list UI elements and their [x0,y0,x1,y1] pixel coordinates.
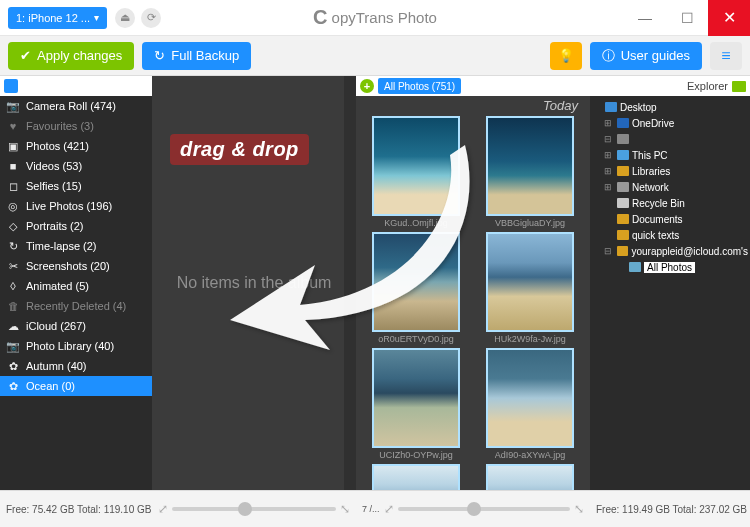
sidebar-item[interactable]: ◎Live Photos (196) [0,196,152,216]
drag-drop-overlay: drag & drop [170,134,309,165]
zoom-slider-right[interactable] [398,507,570,511]
sidebar-item[interactable]: 📷Photo Library (40) [0,336,152,356]
view-thumb-icon[interactable]: 🖼 [24,79,38,93]
action-bar: ✔ Apply changes ↻ Full Backup 💡 ⓘ User g… [0,36,750,76]
view-list-icon[interactable] [4,79,18,93]
sidebar-item-icon: 📷 [6,100,20,113]
tree-node[interactable]: ⊞Network [592,179,748,195]
add-album-icon[interactable]: + [360,79,374,93]
tree-node[interactable]: Documents [592,211,748,227]
sidebar-item-label: Autumn (40) [26,360,87,372]
sidebar-item[interactable]: ✿Autumn (40) [0,356,152,376]
sidebar-item[interactable]: ↻Time-lapse (2) [0,236,152,256]
tree-node-icon [617,150,629,160]
tree-node[interactable]: All Photos [592,259,748,275]
sidebar-item[interactable]: ✂Screenshots (20) [0,256,152,276]
thumbnail[interactable] [366,464,466,490]
tree-node-icon [617,246,629,256]
sidebar-item-icon: ◎ [6,200,20,213]
sidebar-item-icon: ☁ [6,320,20,333]
sidebar-item-label: Ocean (0) [26,380,75,392]
menu-button[interactable]: ≡ [710,42,742,70]
apply-changes-button[interactable]: ✔ Apply changes [8,42,134,70]
zoom-in-icon-2[interactable]: ⤡ [574,502,584,516]
tree-node-label: yourappleid@icloud.com's [631,246,748,257]
bulb-icon: 💡 [558,48,574,63]
refresh-icon[interactable]: ⟳ [141,8,161,28]
titlebar: 1: iPhone 12 ... ⏏ ⟳ C opyTrans Photo — … [0,0,750,36]
tips-button[interactable]: 💡 [550,42,582,70]
thumbnail[interactable]: oR0uERTVyD0.jpg [366,232,466,344]
sidebar-item[interactable]: 🗑Recently Deleted (4) [0,296,152,316]
full-backup-button[interactable]: ↻ Full Backup [142,42,251,70]
sidebar-item[interactable]: ▣Photos (421) [0,136,152,156]
maximize-button[interactable]: ☐ [666,0,708,36]
zoom-in-icon[interactable]: ⤡ [340,502,350,516]
sidebar-item[interactable]: ◻Selfies (15) [0,176,152,196]
album-scrollbar[interactable] [344,76,356,490]
sidebar-item[interactable]: ✿Ocean (0) [0,376,152,396]
tree-node[interactable]: ⊞Libraries [592,163,748,179]
guides-label: User guides [621,48,690,63]
minimize-button[interactable]: — [624,0,666,36]
thumbnail-filename: HUk2W9fa-Jw.jpg [494,334,566,344]
thumbnail[interactable]: AdI90-aXYwA.jpg [480,348,580,460]
tree-node[interactable]: ⊟ [592,131,748,147]
sidebar-item[interactable]: ◊Animated (5) [0,276,152,296]
sidebar-item[interactable]: 📷Camera Roll (474) [0,96,152,116]
device-selector[interactable]: 1: iPhone 12 ... [8,7,107,29]
explorer-tree[interactable]: Desktop⊞OneDrive⊟⊞This PC⊞Libraries⊞Netw… [590,96,750,490]
sidebar-item-label: Time-lapse (2) [26,240,97,252]
logo-c: C [313,6,327,29]
sidebar-item-label: Photo Library (40) [26,340,114,352]
footer-storage-left: Free: 75.42 GB Total: 119.10 GB [0,504,152,515]
thumbnail[interactable]: HUk2W9fa-Jw.jpg [480,232,580,344]
sidebar-item-label: Animated (5) [26,280,89,292]
tree-node[interactable]: Recycle Bin [592,195,748,211]
tree-expander[interactable]: ⊞ [604,150,614,160]
eject-icon[interactable]: ⏏ [115,8,135,28]
zoom-out-icon[interactable]: ⤢ [158,502,168,516]
tree-expander[interactable]: ⊟ [604,246,614,256]
tree-node[interactable]: ⊞This PC [592,147,748,163]
close-button[interactable]: ✕ [708,0,750,36]
zoom-slider-left[interactable] [172,507,336,511]
thumbnail[interactable]: KGud..Omjfl.jpg [366,116,466,228]
sidebar-item-label: Recently Deleted (4) [26,300,126,312]
thumbnail[interactable]: UCIZh0-OYPw.jpg [366,348,466,460]
tree-node[interactable]: Desktop [592,99,748,115]
tree-node-label: Recycle Bin [632,198,685,209]
sidebar-item-icon: ↻ [6,240,20,253]
tree-expander[interactable]: ⊞ [604,182,614,192]
tree-expander[interactable]: ⊞ [604,166,614,176]
user-guides-button[interactable]: ⓘ User guides [590,42,702,70]
tree-node[interactable]: ⊞OneDrive [592,115,748,131]
zoom-out-icon-2[interactable]: ⤢ [384,502,394,516]
tree-node[interactable]: quick texts [592,227,748,243]
album-pill[interactable]: All Photos (751) [378,78,461,94]
sidebar-item-icon: ✿ [6,380,20,393]
thumbnail-filename: oR0uERTVyD0.jpg [378,334,454,344]
tree-node-icon [617,214,629,224]
footer-storage-right: Free: 119.49 GB Total: 237.02 GB [590,504,750,515]
thumbnail[interactable]: VBBGigluaDY.jpg [480,116,580,228]
sidebar-item[interactable]: ■Videos (53) [0,156,152,176]
page-indicator: 7 /... [362,504,380,514]
sidebar-item[interactable]: ☁iCloud (267) [0,316,152,336]
tree-node[interactable]: ⊟yourappleid@icloud.com's [592,243,748,259]
sidebar-item-icon: 🗑 [6,300,20,312]
folder-icon[interactable] [732,81,746,92]
tree-expander[interactable]: ⊟ [604,134,614,144]
tree-node-label: quick texts [632,230,679,241]
sidebar-item[interactable]: ◇Portraits (2) [0,216,152,236]
sidebar-item-label: Selfies (15) [26,180,82,192]
tree-expander[interactable]: ⊞ [604,118,614,128]
sidebar-item-label: Camera Roll (474) [26,100,116,112]
album-panel[interactable]: No items in the album drag & drop [152,76,356,490]
tree-node-label: OneDrive [632,118,674,129]
sidebar-item-icon: ◇ [6,220,20,233]
tree-node-label: Libraries [632,166,670,177]
sidebar-item[interactable]: ♥Favourites (3) [0,116,152,136]
grid[interactable]: Today KGud..Omjfl.jpgVBBGigluaDY.jpgoR0u… [356,96,590,490]
thumbnail[interactable] [480,464,580,490]
